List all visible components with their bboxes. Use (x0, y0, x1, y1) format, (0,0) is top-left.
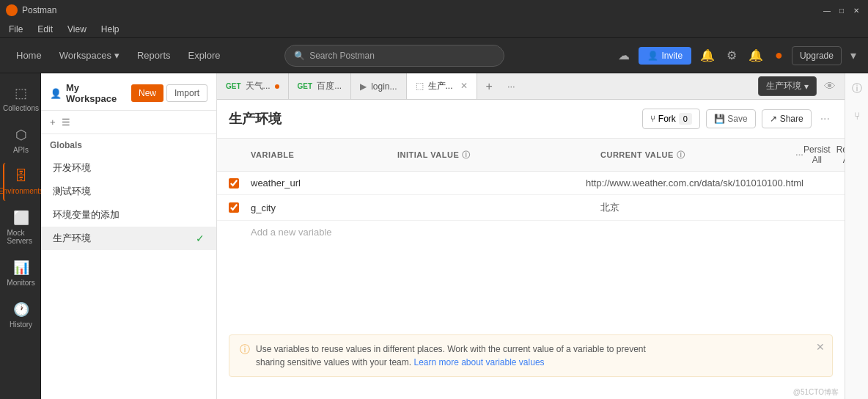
get-method-label2: GET (298, 82, 313, 90)
apis-icon: ⬡ (15, 127, 27, 143)
filter-icon[interactable]: ☰ (62, 117, 70, 128)
nav-reports[interactable]: Reports (130, 45, 178, 65)
menu-help[interactable]: Help (98, 23, 122, 36)
titlebar: Postman — □ ✕ (0, 0, 868, 21)
workspace-sidebar: 👤 My Workspace New Import + ☰ Globals 开发… (41, 73, 217, 399)
notifications-icon[interactable]: 🔔 (697, 45, 718, 65)
current-value-info-icon[interactable]: ⓘ (677, 150, 685, 161)
main-layout: ⬚ Collections ⬡ APIs 🗄 Environments ⬜ Mo… (0, 73, 868, 399)
nav-home[interactable]: Home (9, 45, 49, 65)
tab-bar: GET 天气... GET 百度... ▶ login... ⬚ 生产... ✕… (217, 73, 845, 100)
sidebar-item-history[interactable]: 🕐 History (3, 296, 38, 334)
maximize-button[interactable]: □ (836, 4, 847, 16)
search-placeholder: Search Postman (309, 51, 375, 61)
upgrade-button[interactable]: Upgrade (792, 46, 842, 65)
sidebar-item-collections[interactable]: ⬚ Collections (3, 79, 38, 118)
new-button[interactable]: New (131, 84, 163, 102)
reset-all-button[interactable]: Reset All (836, 144, 845, 165)
add-tab-button[interactable]: + (477, 80, 501, 93)
menu-view[interactable]: View (65, 23, 89, 36)
menu-file[interactable]: File (6, 23, 26, 36)
menubar: File Edit View Help (0, 21, 868, 38)
get-method-label: GET (226, 82, 241, 90)
share-button[interactable]: ↗ Share (762, 109, 812, 128)
add-variable-row[interactable]: Add a new variable (217, 221, 845, 244)
close-button[interactable]: ✕ (850, 4, 862, 16)
env-toolbar: + ☰ (41, 111, 216, 134)
table-header: VARIABLE INITIAL VALUE ⓘ CURRENT VALUE ⓘ… (217, 139, 845, 172)
row1-checkbox[interactable] (229, 178, 239, 188)
settings-gear-icon[interactable]: ⚙ (724, 45, 740, 65)
play-icon: ▶ (360, 81, 367, 92)
add-env-icon[interactable]: + (50, 117, 56, 128)
tab-login[interactable]: ▶ login... (351, 73, 406, 100)
env-item-add[interactable]: 环境变量的添加 (41, 203, 216, 227)
more-options-icon[interactable]: ··· (817, 109, 833, 128)
avatar-icon[interactable]: ● (772, 45, 786, 66)
user-icon: 👤 (50, 88, 62, 99)
env-tab-icon: ⬚ (416, 81, 424, 91)
search-bar[interactable]: 🔍 Search Postman (284, 45, 504, 67)
tab-prod-env[interactable]: ⬚ 生产... ✕ (407, 73, 477, 100)
env-item-prod[interactable]: 生产环境 ✓ (41, 227, 216, 250)
fork-icon: ⑂ (650, 114, 655, 124)
watermark: @51CTO博客 (217, 386, 845, 399)
env-chevron-icon: ▾ (804, 81, 809, 92)
row1-variable[interactable]: weather_url (251, 177, 397, 188)
import-button[interactable]: Import (166, 84, 207, 102)
sidebar-item-environments[interactable]: 🗄 Environments (3, 163, 38, 201)
row2-variable[interactable]: g_city (251, 202, 397, 213)
sidebar-item-monitors[interactable]: 📊 Monitors (3, 254, 38, 293)
save-button[interactable]: 💾 Save (706, 109, 756, 128)
menu-edit[interactable]: Edit (34, 23, 56, 36)
history-icon: 🕐 (13, 301, 29, 318)
env-editor-header: 生产环境 ⑂ Fork 0 💾 Save ↗ Share · (217, 100, 845, 139)
tab-baidu[interactable]: GET 百度... (289, 73, 352, 100)
env-active-check-icon: ✓ (196, 233, 205, 244)
sync-icon[interactable]: ☁ (615, 45, 633, 65)
eye-icon[interactable]: 👁 (821, 77, 839, 96)
row2-current-value[interactable]: 北京 (600, 201, 803, 214)
table-row: weather_url http://www.weather.com.cn/da… (217, 172, 845, 195)
info-bar-icon: ⓘ (240, 343, 250, 356)
more-tabs-icon[interactable]: ··· (501, 81, 521, 92)
minimize-button[interactable]: — (821, 4, 833, 16)
table-row: g_city 北京 (217, 195, 845, 221)
upgrade-chevron-icon[interactable]: ▾ (847, 45, 859, 65)
person-add-icon: 👤 (647, 51, 658, 61)
env-item-test[interactable]: 测试环境 (41, 180, 216, 203)
invite-button[interactable]: 👤 Invite (639, 47, 691, 65)
env-selector-dropdown[interactable]: 生产环境 ▾ (758, 76, 817, 96)
env-editor-title: 生产环境 (229, 110, 282, 128)
row1-current-value[interactable]: http://www.weather.com.cn/data/sk/101010… (586, 177, 803, 188)
app-title: Postman (22, 5, 821, 15)
info-bar: ⓘ Use variables to reuse values in diffe… (229, 334, 833, 377)
content-area: GET 天气... GET 百度... ▶ login... ⬚ 生产... ✕… (217, 73, 845, 399)
search-icon: 🔍 (294, 51, 305, 61)
sidebar-item-mock-servers[interactable]: ⬜ Mock Servers (3, 204, 38, 251)
nav-workspaces[interactable]: Workspaces ▾ (52, 45, 127, 65)
tab-close-icon[interactable]: ✕ (460, 81, 468, 91)
info-bar-link[interactable]: Learn more about variable values (413, 357, 544, 367)
fork-button[interactable]: ⑂ Fork 0 (642, 109, 700, 129)
info-bar-close-button[interactable]: ✕ (816, 341, 825, 353)
workspace-actions: New Import (131, 84, 207, 102)
bell-icon[interactable]: 🔔 (746, 45, 766, 65)
fork-count-badge: 0 (679, 113, 692, 125)
initial-value-info-icon[interactable]: ⓘ (462, 150, 471, 161)
row2-checkbox[interactable] (229, 202, 239, 213)
env-list: Globals 开发环境 测试环境 环境变量的添加 生产环境 ✓ (41, 134, 216, 399)
row-more-icon: ··· (795, 150, 803, 159)
env-item-dev[interactable]: 开发环境 (41, 156, 216, 180)
env-globals-header[interactable]: Globals (41, 134, 216, 156)
nav-explore[interactable]: Explore (181, 45, 228, 65)
persist-all-button[interactable]: Persist All (803, 144, 831, 165)
window-controls: — □ ✕ (821, 4, 862, 16)
workspace-title: 👤 My Workspace (50, 82, 131, 104)
sidebar-item-apis[interactable]: ⬡ APIs (3, 121, 38, 160)
right-sidebar-icons (845, 73, 868, 399)
topnav-right: ☁ 👤 Invite 🔔 ⚙ 🔔 ● Upgrade ▾ (615, 45, 859, 66)
topnav: Home Workspaces ▾ Reports Explore 🔍 Sear… (0, 38, 868, 73)
mock-servers-icon: ⬜ (13, 210, 29, 226)
tab-weather[interactable]: GET 天气... (217, 73, 289, 100)
